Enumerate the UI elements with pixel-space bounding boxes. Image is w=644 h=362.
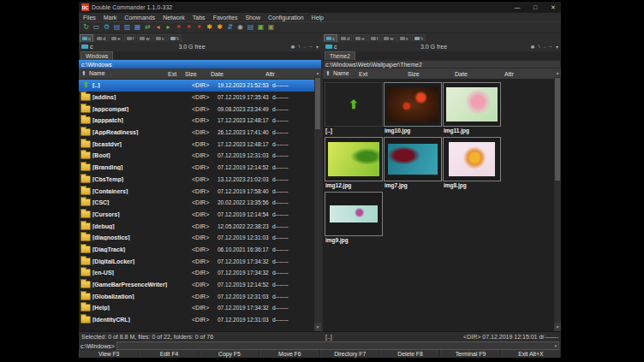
- menu-network[interactable]: Network: [163, 15, 185, 21]
- menu-files[interactable]: Files: [83, 15, 96, 21]
- root-dir-button[interactable]: \: [538, 44, 540, 50]
- menu-favorites[interactable]: Favorites: [213, 15, 238, 21]
- swap-panels-icon[interactable]: ⇄: [143, 23, 152, 33]
- thumbnail-item[interactable]: ⬆ img12.jpg: [325, 137, 383, 190]
- full-view-icon[interactable]: ▥: [122, 23, 132, 33]
- scroll-down-icon[interactable]: ▼: [314, 323, 321, 331]
- menu-configuration[interactable]: Configuration: [268, 15, 304, 21]
- drive-button-c[interactable]: c: [324, 34, 337, 43]
- thumbnail-item[interactable]: ⬆ img9.jpg: [325, 192, 383, 245]
- [..][interactable]: ⬆ [..] <DIR> 19.12.2023 21:52:53 d------…: [79, 80, 314, 92]
- move-icon[interactable]: ▸: [164, 23, 173, 33]
- thumbnails-view-icon[interactable]: ▦: [133, 23, 142, 33]
- drive-button-f[interactable]: f: [124, 34, 137, 43]
- thumbnail-item[interactable]: ⬆ [..]: [325, 82, 383, 135]
- checksum-icon[interactable]: ✱: [205, 23, 214, 33]
- column-attr[interactable]: Attr: [265, 71, 314, 77]
- minimize-panel-button[interactable]: −: [309, 44, 313, 50]
- parent-dir-button[interactable]: ..: [303, 44, 306, 50]
- [GameBarPresenceWriter][interactable]: ⬆ [GameBarPresenceWriter] <DIR> 07.12.20…: [79, 279, 314, 291]
- menu-show[interactable]: Show: [245, 15, 260, 21]
- scroll-up-icon[interactable]: ▲: [314, 68, 321, 77]
- terminal-f9-button[interactable]: Terminal F9: [440, 350, 500, 358]
- multi-rename-icon[interactable]: ▤: [246, 23, 255, 33]
- [DigitalLocker][interactable]: ⬆ [DigitalLocker] <DIR> 07.12.2019 17:34…: [79, 255, 314, 267]
- scroll-thumb[interactable]: [315, 78, 320, 129]
- drive-button-c[interactable]: c: [80, 34, 93, 43]
- drive-button-x[interactable]: x: [397, 34, 411, 43]
- refresh-icon[interactable]: ↻: [81, 23, 91, 33]
- column-ext[interactable]: Ext: [359, 71, 408, 77]
- [Boot][interactable]: ⬆ [Boot] <DIR> 07.12.2019 12:31:03 d----…: [79, 150, 314, 162]
- thumbnail-item[interactable]: ⬆ img8.jpg: [443, 137, 501, 190]
- [CSC][interactable]: ⬆ [CSC] <DIR> 20.02.2022 13:35:56 d-----…: [79, 197, 314, 209]
- history-button[interactable]: ▾: [316, 44, 319, 50]
- [Containers][interactable]: ⬆ [Containers] <DIR> 07.12.2019 17:58:40…: [79, 185, 314, 197]
- left-scrollbar[interactable]: ▲ ▼: [314, 68, 321, 331]
- view-f3-button[interactable]: View F3: [79, 350, 139, 358]
- [CbsTemp][interactable]: ⬆ [CbsTemp] <DIR> 13.12.2023 21:02:03 d-…: [79, 174, 314, 186]
- exit-altx-button[interactable]: Exit Alt+X: [501, 350, 561, 358]
- test-archive-icon[interactable]: ✶: [194, 23, 204, 33]
- delete-f8-button[interactable]: Delete F8: [380, 350, 440, 358]
- scroll-thumb[interactable]: [555, 78, 560, 181]
- [appcompat][interactable]: ⬆ [appcompat] <DIR> 09.08.2023 23:34:49 …: [79, 103, 314, 115]
- chevron-down-icon[interactable]: ▾: [554, 343, 557, 348]
- verify-checksum-icon[interactable]: ✱: [215, 23, 224, 33]
- pack-files-icon[interactable]: ▣: [256, 23, 265, 33]
- [DiagTrack][interactable]: ⬆ [DiagTrack] <DIR> 06.10.2021 16:36:17 …: [79, 244, 314, 256]
- close-button[interactable]: ✕: [546, 2, 561, 13]
- [IdentityCRL][interactable]: ⬆ [IdentityCRL] <DIR> 07.12.2019 12:31:0…: [79, 314, 314, 326]
- search-icon[interactable]: ◉: [236, 23, 245, 33]
- drive-button-w[interactable]: w: [381, 34, 396, 43]
- [debug][interactable]: ⬆ [debug] <DIR> 12.05.2022 22:38:23 d---…: [79, 220, 314, 232]
- [Help][interactable]: ⬆ [Help] <DIR> 07.12.2019 17:34:32 d----…: [79, 302, 314, 314]
- column-size[interactable]: Size: [408, 71, 455, 77]
- menu-tabs[interactable]: Tabs: [193, 15, 206, 21]
- parent-dir-button[interactable]: ..: [543, 44, 546, 50]
- tab-windows[interactable]: Windows: [80, 51, 113, 60]
- drive-button-e[interactable]: e: [353, 34, 367, 43]
- drive-button-d[interactable]: d: [338, 34, 352, 43]
- drive-button-x[interactable]: x: [153, 34, 167, 43]
- move-f6-button[interactable]: Move F6: [259, 350, 319, 358]
- [addins][interactable]: ⬆ [addins] <DIR> 07.12.2019 17:35:43 d--…: [79, 92, 314, 104]
- column-name[interactable]: ⬆Name: [79, 70, 168, 77]
- copy-icon[interactable]: ◂: [153, 23, 163, 33]
- scroll-up-icon[interactable]: ▲: [554, 68, 561, 77]
- menu-mark[interactable]: Mark: [104, 15, 117, 21]
- [en-US][interactable]: ⬆ [en-US] <DIR> 07.12.2019 17:34:32 d---…: [79, 267, 314, 279]
- [AppReadiness][interactable]: ⬆ [AppReadiness] <DIR> 26.12.2023 17:41:…: [79, 127, 314, 139]
- network-button[interactable]: \\: [412, 34, 426, 43]
- extract-icon[interactable]: ✶: [184, 23, 194, 33]
- [Branding][interactable]: ⬆ [Branding] <DIR> 07.12.2019 12:14:52 d…: [79, 162, 314, 174]
- edit-f4-button[interactable]: Edit F4: [139, 350, 199, 358]
- directory-f7-button[interactable]: Directory F7: [320, 350, 380, 358]
- properties-icon[interactable]: ▣: [266, 23, 276, 33]
- column-name[interactable]: ⬆Name: [323, 70, 359, 77]
- column-attr[interactable]: Attr: [504, 71, 554, 77]
- history-button[interactable]: ▾: [556, 44, 558, 50]
- network-button[interactable]: \\: [168, 34, 182, 43]
- copy-f5-button[interactable]: Copy F5: [200, 350, 259, 358]
- column-size[interactable]: Size: [185, 71, 211, 77]
- terminal-icon[interactable]: ▭: [92, 23, 101, 33]
- drive-button-d[interactable]: d: [94, 34, 108, 43]
- tab-theme2[interactable]: Theme2: [325, 51, 355, 60]
- brief-view-icon[interactable]: ▤: [112, 23, 122, 33]
- menu-commands[interactable]: Commands: [124, 15, 155, 21]
- drive-button-f[interactable]: f: [368, 34, 381, 43]
- [diagnostics][interactable]: ⬆ [diagnostics] <DIR> 07.12.2019 12:31:0…: [79, 232, 314, 244]
- pack-icon[interactable]: ✶: [174, 23, 183, 33]
- options-icon[interactable]: ⚙: [102, 23, 111, 33]
- thumbnail-item[interactable]: ⬆ img10.jpg: [384, 82, 442, 135]
- [bcastdvr][interactable]: ⬆ [bcastdvr] <DIR> 17.12.2023 12:48:17 d…: [79, 138, 314, 150]
- drive-button-w[interactable]: w: [137, 34, 152, 43]
- scroll-down-icon[interactable]: ▼: [554, 323, 561, 331]
- thumbnail-item[interactable]: ⬆ img11.jpg: [443, 82, 501, 135]
- root-dir-button[interactable]: \: [298, 44, 300, 50]
- [Globalization][interactable]: ⬆ [Globalization] <DIR> 07.12.2019 12:31…: [79, 290, 314, 302]
- menu-help[interactable]: Help: [312, 15, 324, 21]
- column-date[interactable]: Date: [211, 71, 265, 77]
- favorites-button[interactable]: ✱: [530, 44, 534, 50]
